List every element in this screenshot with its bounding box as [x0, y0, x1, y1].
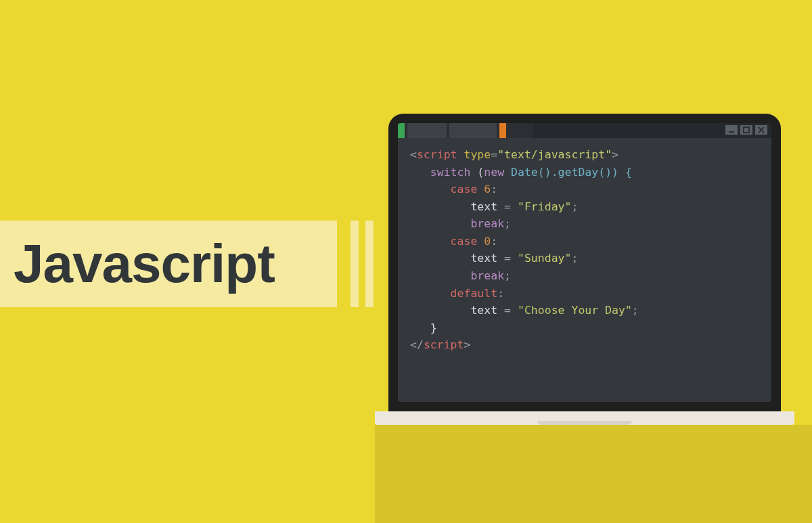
close-icon: [758, 127, 765, 133]
title-band: Javascript: [0, 221, 337, 307]
code-token: ": [518, 200, 524, 213]
laptop-bezel: <script type="text/javascript"> switch (…: [388, 114, 781, 411]
editor-screen: <script type="text/javascript"> switch (…: [398, 123, 771, 402]
code-token: >: [612, 148, 618, 161]
code-token: }: [430, 321, 437, 334]
code-token: =: [497, 304, 518, 317]
code-token: ;: [504, 269, 511, 282]
code-token: [457, 148, 464, 161]
code-token: ;: [504, 217, 511, 230]
minimize-button[interactable]: [725, 125, 738, 135]
svg-rect-1: [744, 127, 749, 133]
code-token: text: [470, 304, 497, 317]
code-token: case: [451, 183, 478, 196]
code-token: script: [417, 148, 457, 161]
editor-tab[interactable]: [449, 123, 497, 138]
code-token: case: [451, 235, 478, 248]
code-token: ;: [571, 200, 578, 213]
code-token: break: [470, 217, 504, 230]
code-token: ": [605, 148, 612, 161]
editor-tab[interactable]: [407, 123, 447, 138]
maximize-button[interactable]: [740, 125, 752, 135]
close-button[interactable]: [755, 125, 767, 135]
code-token: [477, 183, 484, 196]
code-token: 0: [484, 235, 491, 248]
code-block: <script type="text/javascript"> switch (…: [398, 138, 771, 359]
code-token: ().getDay()) {: [538, 166, 632, 179]
code-token: ": [518, 304, 524, 317]
code-token: 6: [484, 183, 491, 196]
window-controls: [725, 125, 767, 135]
code-token: =: [497, 200, 518, 213]
code-token: <: [410, 148, 417, 161]
stage: Javascript: [0, 0, 812, 523]
code-token: ;: [571, 252, 578, 265]
code-token: switch: [430, 166, 471, 179]
page-title: Javascript: [14, 233, 275, 295]
code-token: ": [518, 252, 524, 265]
laptop-base: [375, 411, 794, 425]
code-token: text/javascript: [504, 148, 605, 161]
code-token: ": [565, 200, 572, 213]
laptop: <script type="text/javascript"> switch (…: [375, 114, 794, 425]
code-token: text: [470, 200, 497, 213]
code-token: type: [464, 148, 491, 161]
code-token: ": [497, 148, 504, 161]
code-token: default: [451, 287, 498, 300]
editor-tabbar: [398, 123, 771, 138]
tab-indicator-modified: [499, 123, 506, 138]
code-token: :: [497, 287, 504, 300]
code-token: Friday: [524, 200, 565, 213]
code-token: =: [491, 148, 497, 161]
stripe-decor: [365, 221, 374, 307]
stripe-decor: [351, 221, 359, 307]
minimize-icon: [728, 127, 735, 133]
code-token: Date: [511, 166, 538, 179]
maximize-icon: [743, 127, 750, 133]
svg-rect-0: [729, 131, 734, 133]
code-token: =: [497, 252, 518, 265]
code-token: script: [424, 338, 464, 351]
code-token: :: [491, 183, 497, 196]
code-token: [477, 235, 484, 248]
code-token: break: [470, 269, 504, 282]
code-token: ": [565, 252, 572, 265]
code-token: ;: [632, 304, 639, 317]
code-token: [504, 166, 511, 179]
tab-indicator-active: [398, 123, 405, 138]
code-token: text: [470, 252, 497, 265]
code-token: (: [470, 166, 484, 179]
code-token: new: [484, 166, 504, 179]
code-token: Sunday: [524, 252, 565, 265]
code-token: :: [491, 235, 497, 248]
code-token: Choose Your Day: [524, 304, 625, 317]
code-token: </: [410, 338, 424, 351]
code-token: ": [625, 304, 632, 317]
laptop-shadow: [375, 425, 812, 523]
code-token: >: [464, 338, 470, 351]
